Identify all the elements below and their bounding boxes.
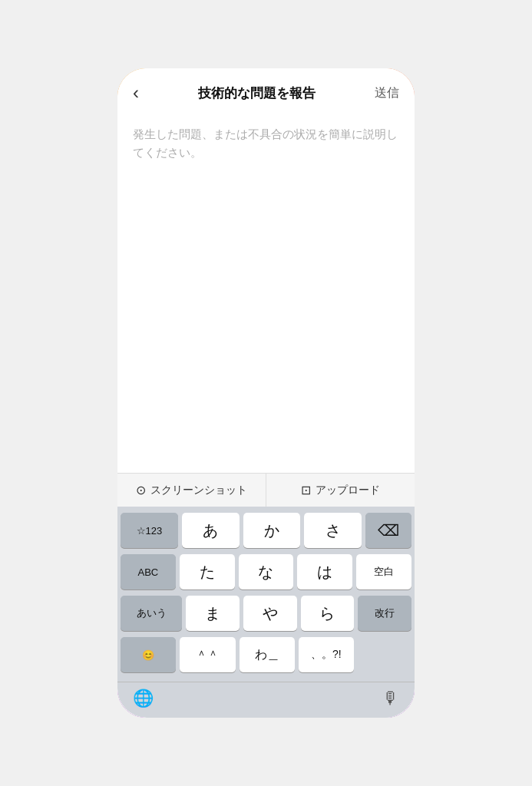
header: ‹ 技術的な問題を報告 送信: [117, 68, 415, 113]
key-sa[interactable]: さ: [304, 513, 362, 548]
key-ma[interactable]: ま: [186, 596, 240, 631]
key-na[interactable]: な: [239, 554, 294, 590]
phone-frame: ‹ 技術的な問題を報告 送信 発生した問題、または不具合の状況を簡単に説明してく…: [115, 66, 417, 720]
mic-icon[interactable]: 🎙: [382, 689, 399, 708]
delete-key[interactable]: ⌫: [365, 513, 411, 548]
key-ka[interactable]: か: [243, 513, 301, 548]
key-ra[interactable]: ら: [301, 596, 355, 631]
key-wa[interactable]: わ＿: [240, 637, 295, 672]
key-star123[interactable]: ☆123: [121, 513, 178, 548]
key-abc[interactable]: ABC: [121, 554, 176, 590]
screenshot-button[interactable]: ⊙ スクリーンショット: [117, 474, 266, 507]
key-ya[interactable]: や: [243, 596, 297, 631]
placeholder-text: 発生した問題、または不具合の状況を簡単に説明してください。: [133, 127, 398, 159]
keyboard-row-2: ABC た な は 空白: [121, 554, 411, 590]
screenshot-label: スクリーンショット: [150, 484, 247, 497]
upload-button[interactable]: ⊡ アップロード: [266, 474, 415, 507]
upload-icon: ⊡: [301, 483, 311, 497]
space-key[interactable]: 空白: [356, 554, 411, 590]
phone-screen: ‹ 技術的な問題を報告 送信 発生した問題、または不具合の状況を簡単に説明してく…: [117, 68, 415, 718]
enter-key[interactable]: 改行: [358, 596, 411, 631]
key-ha[interactable]: は: [297, 554, 352, 590]
back-button[interactable]: ‹: [133, 82, 139, 104]
keyboard-row-3: あいう ま や ら 改行: [121, 596, 411, 631]
keyboard-row-1: ☆123 あ か さ ⌫: [121, 513, 411, 548]
send-button[interactable]: 送信: [375, 85, 399, 101]
attachment-row: ⊙ スクリーンショット ⊡ アップロード: [117, 473, 415, 507]
text-input-area[interactable]: 発生した問題、または不具合の状況を簡単に説明してください。: [117, 113, 415, 473]
keyboard-row-4: 😊 ＾＾ わ＿ 、。?! 改行: [121, 637, 411, 672]
key-aiueo[interactable]: あいう: [121, 596, 182, 631]
key-a[interactable]: あ: [182, 513, 240, 548]
key-punctuation[interactable]: 、。?!: [299, 637, 354, 672]
upload-label: アップロード: [316, 484, 380, 497]
key-emoji[interactable]: 😊: [121, 637, 176, 672]
camera-icon: ⊙: [136, 483, 146, 497]
bottom-bar: 🌐 🎙: [117, 682, 415, 718]
key-caret[interactable]: ＾＾: [180, 637, 235, 672]
page-title: 技術的な問題を報告: [139, 84, 375, 102]
globe-icon[interactable]: 🌐: [133, 689, 154, 708]
keyboard: ☆123 あ か さ ⌫ ABC た な は 空白 あいう ま や ら 改行: [117, 507, 415, 682]
key-ta[interactable]: た: [180, 554, 235, 590]
